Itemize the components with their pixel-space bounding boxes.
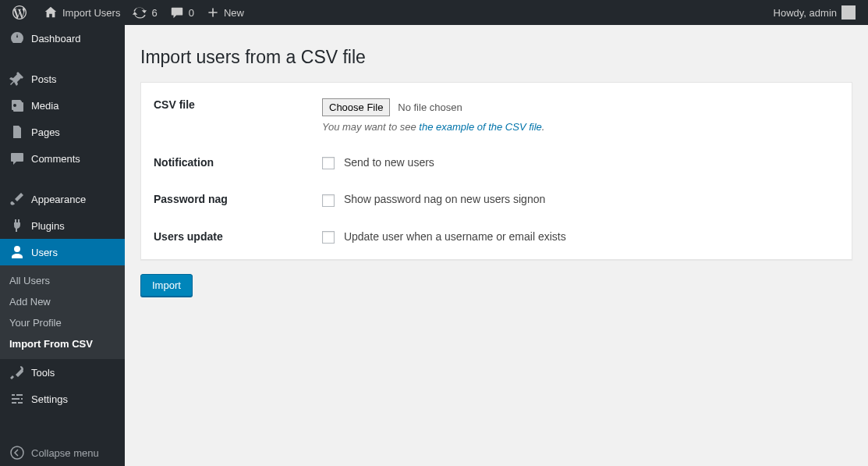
svg-point-0 (11, 446, 23, 459)
user-icon (9, 244, 25, 260)
row-password-nag: Password nag Show password nag on new us… (141, 185, 852, 222)
menu-label: Tools (31, 367, 55, 379)
file-status: No file chosen (398, 101, 462, 113)
password-nag-checkbox[interactable] (322, 194, 335, 207)
menu-label: Plugins (31, 220, 65, 232)
notification-checkbox[interactable] (322, 157, 335, 169)
menu-label: Comments (31, 153, 80, 165)
site-link[interactable]: Import Users (37, 0, 126, 25)
media-icon (9, 98, 25, 113)
choose-file-button[interactable]: Choose File (322, 98, 390, 116)
comments-link[interactable]: 0 (164, 0, 200, 25)
new-link[interactable]: New (200, 0, 250, 25)
users-update-label: Users update (151, 230, 322, 244)
menu-dashboard[interactable]: Dashboard (0, 25, 125, 52)
notification-check-label: Send to new users (344, 156, 434, 169)
plus-icon (207, 6, 219, 19)
update-icon (133, 5, 147, 20)
menu-pages[interactable]: Pages (0, 119, 125, 145)
menu-plugins[interactable]: Plugins (0, 212, 125, 239)
collapse-label: Collapse menu (31, 447, 99, 459)
sliders-icon (9, 391, 25, 407)
brush-icon (9, 191, 25, 207)
collapse-icon (9, 445, 25, 461)
menu-label: Appearance (31, 194, 86, 205)
new-label: New (224, 7, 244, 19)
menu-appearance[interactable]: Appearance (0, 186, 125, 212)
collapse-menu[interactable]: Collapse menu (0, 439, 125, 466)
plug-icon (9, 218, 25, 233)
users-submenu: All Users Add New Your Profile Import Fr… (0, 265, 125, 359)
submenu-import-csv[interactable]: Import From CSV (0, 333, 125, 354)
site-title: Import Users (62, 7, 120, 19)
menu-label: Pages (31, 126, 60, 138)
notification-label: Notification (151, 156, 322, 169)
comment-icon (9, 151, 25, 166)
users-update-checkbox[interactable] (322, 231, 335, 244)
my-account[interactable]: Howdy, admin (767, 0, 862, 25)
menu-posts[interactable]: Posts (0, 66, 125, 92)
menu-tools[interactable]: Tools (0, 359, 125, 386)
menu-label: Posts (31, 73, 57, 85)
users-update-check-label: Update user when a username or email exi… (344, 230, 566, 243)
comments-count: 0 (189, 7, 194, 19)
help-text: You may want to see the example of the C… (322, 121, 842, 133)
home-icon (44, 5, 58, 20)
example-csv-link[interactable]: the example of the CSV file (419, 121, 542, 133)
menu-users[interactable]: Users (0, 239, 125, 265)
admin-bar: Import Users 6 0 New Howdy, admin (0, 0, 868, 25)
page-icon (9, 124, 25, 140)
menu-label: Media (31, 100, 58, 112)
form-panel: CSV file Choose File No file chosen You … (140, 82, 852, 260)
menu-media[interactable]: Media (0, 92, 125, 119)
wp-logo[interactable] (6, 0, 37, 25)
updates-count: 6 (151, 7, 157, 19)
import-button[interactable]: Import (140, 274, 193, 297)
csv-file-label: CSV file (151, 98, 322, 133)
page-title: Import users from a CSV file (140, 41, 852, 68)
howdy-text: Howdy, admin (774, 7, 837, 19)
row-notification: Notification Send to new users (141, 148, 852, 185)
avatar (841, 5, 856, 20)
admin-sidebar: Dashboard Posts Media Pages Comments App… (0, 25, 125, 466)
row-users-update: Users update Update user when a username… (141, 222, 852, 259)
row-csv-file: CSV file Choose File No file chosen You … (141, 83, 852, 148)
updates-link[interactable]: 6 (126, 0, 163, 25)
menu-settings[interactable]: Settings (0, 386, 125, 412)
menu-label: Dashboard (31, 33, 81, 44)
submenu-add-new[interactable]: Add New (0, 291, 125, 312)
menu-label: Users (31, 247, 58, 258)
menu-label: Settings (31, 393, 68, 405)
password-nag-label: Password nag (151, 193, 322, 206)
password-nag-check-label: Show password nag on new users signon (344, 193, 545, 205)
submenu-your-profile[interactable]: Your Profile (0, 312, 125, 333)
wordpress-icon (12, 5, 27, 20)
submenu-all-users[interactable]: All Users (0, 270, 125, 291)
pin-icon (9, 71, 25, 87)
menu-comments[interactable]: Comments (0, 145, 125, 172)
content-area: Import users from a CSV file CSV file Ch… (125, 25, 868, 466)
dashboard-icon (9, 30, 25, 46)
wrench-icon (9, 365, 25, 380)
comment-icon (170, 5, 184, 20)
